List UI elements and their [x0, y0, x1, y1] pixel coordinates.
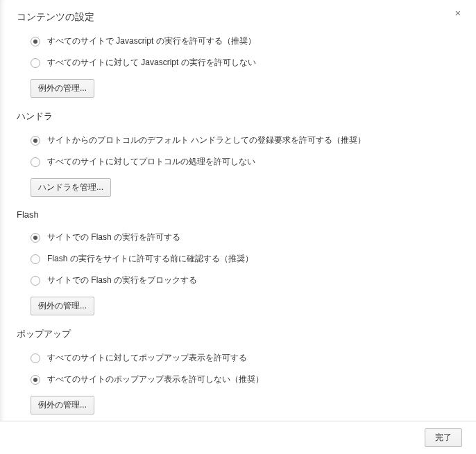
radio-icon: [31, 157, 40, 167]
radio-icon: [31, 58, 40, 68]
radio-js-allow[interactable]: すべてのサイトで Javascript の実行を許可する（推奨）: [17, 30, 459, 52]
dialog-title: コンテンツの設定: [17, 11, 462, 24]
radio-icon: [31, 37, 40, 46]
radio-label: Flash の実行をサイトに許可する前に確認する（推奨）: [47, 253, 253, 265]
radio-icon: [31, 136, 40, 146]
section-handlers: ハンドラ サイトからのプロトコルのデフォルト ハンドラとしての登録要求を許可する…: [17, 110, 459, 200]
manage-exceptions-button[interactable]: 例外の管理...: [31, 396, 94, 414]
radio-flash-ask[interactable]: Flash の実行をサイトに許可する前に確認する（推奨）: [17, 248, 459, 270]
radio-handlers-block[interactable]: すべてのサイトに対してプロトコルの処理を許可しない: [17, 151, 459, 173]
radio-label: すべてのサイトに対してプロトコルの処理を許可しない: [47, 156, 255, 168]
radio-flash-allow[interactable]: サイトでの Flash の実行を許可する: [17, 227, 459, 248]
radio-js-block[interactable]: すべてのサイトに対して Javascript の実行を許可しない: [17, 52, 459, 73]
radio-icon: [31, 254, 40, 264]
radio-icon: [31, 375, 40, 385]
close-icon[interactable]: ×: [452, 8, 464, 19]
section-title: ポップアップ: [17, 328, 459, 340]
radio-popups-allow[interactable]: すべてのサイトに対してポップアップ表示を許可する: [17, 347, 459, 369]
radio-label: サイトからのプロトコルのデフォルト ハンドラとしての登録要求を許可する（推奨）: [47, 134, 366, 146]
content-settings-dialog: コンテンツの設定 × すべてのサイトで Javascript の実行を許可する（…: [0, 0, 476, 454]
dialog-header: コンテンツの設定 ×: [0, 0, 476, 29]
radio-label: すべてのサイトのポップアップ表示を許可しない（推奨）: [47, 374, 264, 385]
radio-icon: [31, 353, 40, 363]
radio-label: すべてのサイトに対して Javascript の実行を許可しない: [47, 57, 256, 69]
section-title: ハンドラ: [17, 110, 459, 123]
manage-handlers-button[interactable]: ハンドラを管理...: [31, 178, 111, 197]
radio-label: サイトでの Flash の実行を許可する: [47, 232, 180, 243]
manage-exceptions-button[interactable]: 例外の管理...: [31, 79, 94, 98]
radio-icon: [31, 233, 40, 243]
section-javascript: すべてのサイトで Javascript の実行を許可する（推奨） すべてのサイト…: [17, 30, 459, 101]
radio-label: サイトでの Flash の実行をブロックする: [47, 274, 197, 286]
section-flash: Flash サイトでの Flash の実行を許可する Flash の実行をサイト…: [17, 209, 459, 318]
section-title: Flash: [17, 209, 459, 220]
done-button[interactable]: 完了: [425, 428, 462, 447]
section-popups: ポップアップ すべてのサイトに対してポップアップ表示を許可する すべてのサイトの…: [17, 328, 459, 421]
content-scroll-area[interactable]: すべてのサイトで Javascript の実行を許可する（推奨） すべてのサイト…: [0, 28, 476, 421]
radio-popups-block[interactable]: すべてのサイトのポップアップ表示を許可しない（推奨）: [17, 369, 459, 390]
dialog-footer: 完了: [0, 421, 476, 454]
radio-label: すべてのサイトに対してポップアップ表示を許可する: [47, 352, 247, 364]
manage-exceptions-button[interactable]: 例外の管理...: [31, 297, 94, 315]
radio-handlers-allow[interactable]: サイトからのプロトコルのデフォルト ハンドラとしての登録要求を許可する（推奨）: [17, 130, 459, 151]
radio-icon: [31, 276, 40, 286]
radio-flash-block[interactable]: サイトでの Flash の実行をブロックする: [17, 270, 459, 291]
radio-label: すべてのサイトで Javascript の実行を許可する（推奨）: [47, 35, 256, 47]
